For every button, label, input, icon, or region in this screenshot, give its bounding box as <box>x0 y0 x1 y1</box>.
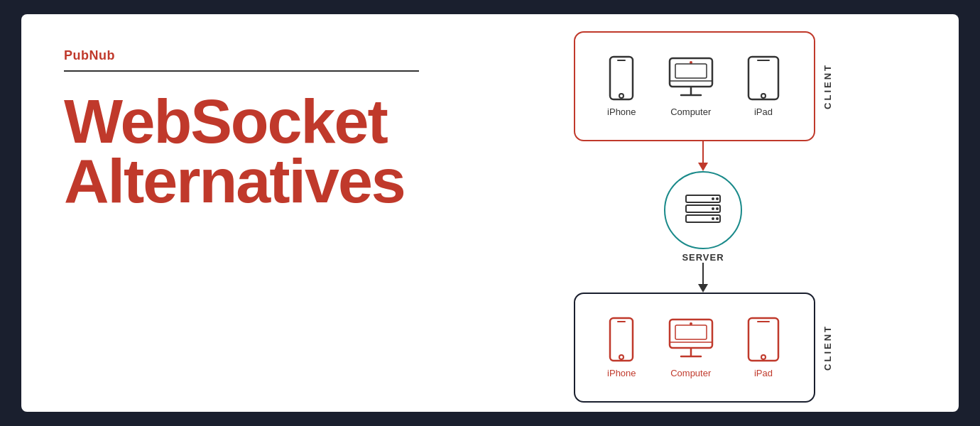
bottom-ipad-icon <box>746 317 781 362</box>
bottom-computer-label: Computer <box>670 368 711 378</box>
svg-point-16 <box>716 207 719 210</box>
svg-point-17 <box>712 207 714 210</box>
page-title: WebSocket Alternatives <box>64 92 426 210</box>
divider <box>64 70 419 72</box>
arrow-line-2 <box>702 263 704 284</box>
svg-point-19 <box>716 217 719 220</box>
left-panel: PubNub WebSocket Alternatives <box>21 14 462 412</box>
arrow-line-1 <box>702 141 704 163</box>
top-iphone-icon <box>608 55 635 101</box>
top-client-label: CLIENT <box>822 63 833 109</box>
top-ipad-label: iPad <box>754 106 773 117</box>
svg-point-23 <box>619 355 624 359</box>
server-circle <box>664 171 742 249</box>
svg-rect-12 <box>686 195 720 202</box>
bottom-ipad-device: iPad <box>746 317 781 378</box>
top-client-box: iPhone Computer <box>574 31 815 141</box>
arrow-tip-1 <box>698 163 708 171</box>
svg-point-14 <box>712 197 714 200</box>
brand-name: PubNub <box>64 48 426 63</box>
svg-rect-8 <box>675 64 707 78</box>
svg-point-13 <box>716 197 719 200</box>
server-icon <box>682 192 724 228</box>
svg-point-2 <box>619 94 624 98</box>
bottom-client-box: iPhone Computer <box>574 293 815 403</box>
svg-point-20 <box>712 217 714 220</box>
bottom-iphone-device: iPhone <box>607 317 636 378</box>
server-section: SERVER <box>664 171 742 263</box>
arrow-tip-2 <box>698 284 708 293</box>
svg-point-11 <box>761 94 766 98</box>
top-iphone-label: iPhone <box>607 106 636 117</box>
bottom-ipad-label: iPad <box>754 368 773 378</box>
arrow-to-bottom-client <box>698 263 708 293</box>
svg-rect-18 <box>686 215 720 222</box>
top-computer-device: Computer <box>667 55 715 117</box>
main-card: PubNub WebSocket Alternatives iPhone <box>21 14 959 412</box>
top-computer-icon <box>667 55 715 101</box>
top-iphone-device: iPhone <box>607 55 636 117</box>
arrow-to-server <box>698 141 708 171</box>
svg-rect-29 <box>675 325 707 339</box>
server-label: SERVER <box>682 252 724 263</box>
bottom-computer-icon <box>667 317 715 362</box>
svg-rect-15 <box>686 205 720 212</box>
top-computer-label: Computer <box>670 106 711 117</box>
top-ipad-device: iPad <box>746 55 781 117</box>
svg-point-32 <box>761 355 766 359</box>
right-panel: iPhone Computer <box>462 14 959 412</box>
top-ipad-icon <box>746 55 781 101</box>
bottom-client-label: CLIENT <box>822 324 833 371</box>
bottom-iphone-icon <box>608 317 635 362</box>
bottom-computer-device: Computer <box>667 317 715 378</box>
bottom-iphone-label: iPhone <box>607 368 636 378</box>
